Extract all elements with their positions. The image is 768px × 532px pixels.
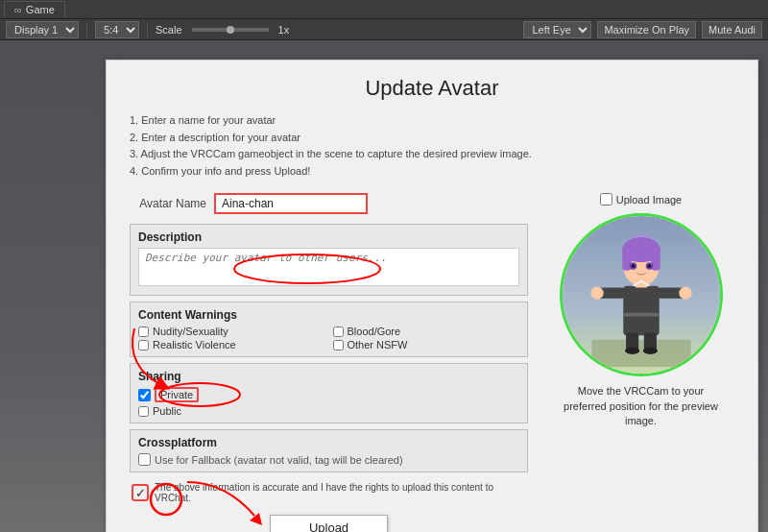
panel-right: Upload Image [547, 193, 734, 532]
avatar-preview-background [563, 216, 720, 374]
panel-body: Avatar Name Description Content Warnings… [130, 193, 734, 532]
separator-1 [86, 22, 87, 37]
avatar-character-svg [588, 223, 694, 367]
terms-checkmark: ✓ [135, 486, 146, 500]
public-label: Public [153, 405, 181, 417]
svg-point-9 [642, 348, 657, 355]
sharing-header: Sharing [138, 370, 519, 383]
svg-rect-19 [623, 313, 660, 317]
fallback-checkbox[interactable] [138, 453, 151, 466]
upload-button-row: Upload [130, 515, 528, 532]
svg-rect-0 [591, 340, 690, 367]
description-header: Description [138, 230, 519, 244]
description-section: Description [130, 224, 528, 296]
blood-checkbox-row: Blood/Gore [333, 326, 520, 337]
preview-caption: Move the VRCCam to your preferred positi… [560, 384, 723, 428]
panel-left: Avatar Name Description Content Warnings… [130, 193, 528, 532]
aspect-select[interactable]: 5:4 [95, 21, 139, 38]
content-warnings-grid: Nudity/Sexuality Blood/Gore Realistic Vi… [138, 326, 519, 351]
public-option-row: Public [138, 405, 519, 417]
update-avatar-panel: Update Avatar 1. Enter a name for your a… [106, 60, 758, 532]
nsfw-checkbox-row: Other NSFW [333, 339, 520, 351]
toolbar-row: Display 1 5:4 Scale 1x Left Eye Maximize… [0, 19, 768, 40]
instructions: 1. Enter a name for your avatar 2. Enter… [130, 112, 734, 180]
upload-image-checkbox[interactable] [600, 193, 612, 206]
avatar-name-row: Avatar Name [130, 193, 528, 214]
content-warnings-header: Content Warnings [138, 308, 519, 322]
crossplatform-section: Crossplatform Use for Fallback (avatar n… [130, 429, 528, 472]
sharing-options: Private Public [138, 387, 519, 417]
instruction-1: 1. Enter a name for your avatar [130, 112, 734, 130]
upload-image-row: Upload Image [600, 193, 683, 206]
scale-value: 1x [278, 24, 290, 36]
upload-button[interactable]: Upload [270, 515, 388, 532]
panel-title: Update Avatar [130, 76, 734, 101]
eye-select[interactable]: Left Eye [523, 21, 591, 38]
crossplatform-header: Crossplatform [138, 436, 519, 449]
nudity-label: Nudity/Sexuality [153, 326, 228, 337]
content-warnings-section: Content Warnings Nudity/Sexuality Blood/… [130, 302, 528, 357]
scale-label: Scale [156, 24, 182, 36]
blood-label: Blood/Gore [348, 326, 401, 337]
fallback-row: Use for Fallback (avatar not valid, tag … [138, 453, 519, 466]
toolbar-right: Left Eye Maximize On Play Mute Audi [523, 21, 762, 38]
violence-label: Realistic Violence [153, 339, 236, 351]
public-checkbox[interactable] [138, 406, 149, 417]
fallback-label: Use for Fallback (avatar not valid, tag … [155, 454, 403, 466]
instruction-2: 2. Enter a description for your avatar [130, 130, 734, 147]
avatar-name-label: Avatar Name [130, 197, 206, 210]
separator-2 [147, 22, 148, 37]
unity-top-bar: ∞ Game [0, 0, 768, 19]
svg-point-8 [625, 348, 639, 355]
description-textarea[interactable] [138, 248, 519, 286]
upload-image-label: Upload Image [616, 194, 683, 206]
nsfw-label: Other NSFW [348, 339, 408, 351]
instruction-3: 3. Adjust the VRCCam gameobject in the s… [130, 146, 734, 163]
terms-row: ✓ The above information is accurate and … [130, 480, 528, 505]
game-viewport: Update Avatar 1. Enter a name for your a… [0, 40, 768, 532]
display-select[interactable]: Display 1 [6, 21, 79, 38]
private-label: Private [155, 387, 199, 402]
mute-audio-button[interactable]: Mute Audi [702, 21, 762, 38]
scale-slider-thumb [227, 26, 234, 34]
nsfw-checkbox[interactable] [333, 340, 344, 351]
svg-point-4 [590, 287, 603, 300]
violence-checkbox[interactable] [138, 340, 149, 351]
svg-point-18 [647, 265, 651, 269]
game-tab-label: Game [26, 4, 55, 15]
avatar-preview-circle [560, 213, 723, 376]
nudity-checkbox[interactable] [138, 326, 149, 337]
terms-text: The above information is accurate and I … [155, 482, 526, 503]
scale-slider[interactable] [192, 28, 269, 32]
infinity-icon: ∞ [14, 4, 22, 15]
sharing-section: Sharing Private Public [130, 363, 528, 423]
private-option-row: Private [138, 387, 519, 402]
svg-rect-1 [623, 286, 660, 336]
game-tab[interactable]: ∞ Game [4, 1, 65, 17]
private-checkbox[interactable] [138, 389, 151, 401]
nudity-checkbox-row: Nudity/Sexuality [138, 326, 325, 337]
svg-point-5 [679, 287, 691, 300]
maximize-on-play-button[interactable]: Maximize On Play [597, 21, 696, 38]
instruction-4: 4. Confirm your info and press Upload! [130, 163, 734, 181]
violence-checkbox-row: Realistic Violence [138, 339, 325, 351]
blood-checkbox[interactable] [333, 326, 344, 337]
terms-checkbox-container[interactable]: ✓ [132, 484, 149, 501]
avatar-name-input[interactable] [214, 193, 368, 214]
svg-point-17 [631, 265, 635, 269]
